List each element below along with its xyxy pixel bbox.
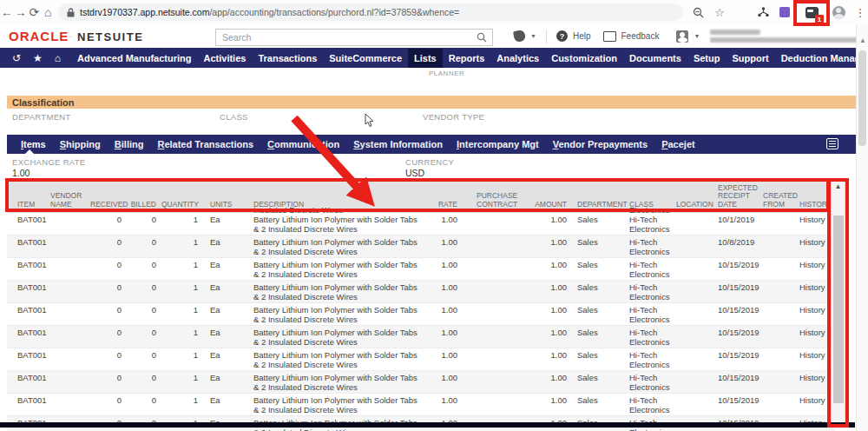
cell-item[interactable]: BAT001 [7, 303, 43, 326]
cell-history[interactable]: History [798, 258, 835, 281]
nav-item-support[interactable]: Support [726, 49, 774, 68]
purple-extension-icon[interactable] [777, 4, 792, 20]
cell-quantity: 1 [160, 394, 201, 416]
browser-home-icon[interactable]: ⌂ [41, 5, 55, 19]
cell-rate: 1.00 [426, 394, 459, 416]
browser-reload-icon[interactable]: ⟳ [28, 5, 42, 19]
nav-item-setup[interactable]: Setup [687, 49, 727, 68]
table-row: BAT001001EaBattery Lithium Ion Polymer w… [7, 326, 835, 348]
browser-scroll-up-icon[interactable]: ▲ [857, 36, 868, 44]
home-icon[interactable]: ⌂ [55, 52, 61, 64]
nav-item-analytics[interactable]: Analytics [490, 49, 545, 68]
browser-scrollbar-thumb[interactable] [858, 50, 866, 146]
cell-history[interactable]: History [798, 235, 835, 258]
url-path: /app/accounting/transactions/purchord.nl… [209, 7, 459, 17]
cell-history[interactable]: History [798, 394, 835, 416]
tab-pacejet[interactable]: Pacejet [661, 139, 695, 149]
browser-menu-icon[interactable]: ⋮ [852, 4, 868, 20]
cell-item[interactable]: BAT001 [7, 258, 43, 281]
nav-item-deduction-management[interactable]: Deduction Management [775, 49, 868, 68]
cell-item[interactable]: BAT001 [7, 348, 43, 371]
nav-item-documents[interactable]: Documents [623, 49, 687, 68]
browser-back-icon[interactable]: ← [0, 5, 14, 19]
column-header-purchase-contract: PURCHASE CONTRACT [459, 180, 516, 213]
cell-item[interactable]: BAT001 [7, 326, 43, 348]
cell-history[interactable]: History [798, 213, 835, 235]
cell-history[interactable]: History [798, 348, 835, 371]
cell-item[interactable]: BAT001 [7, 371, 43, 394]
tab-vendor-prepayments[interactable]: Vendor Prepayments [553, 139, 648, 149]
cell-history[interactable]: History [798, 371, 835, 394]
notification-extension-icon[interactable]: 1 [804, 4, 819, 20]
browser-forward-icon[interactable]: → [14, 5, 28, 19]
help-icon[interactable]: ? [556, 30, 568, 42]
cell-purchase-contract [459, 371, 516, 394]
cell-department: Sales [569, 258, 619, 281]
column-header-amount: AMOUNT [516, 180, 569, 213]
windows-extension-icon[interactable] [733, 4, 749, 20]
help-label[interactable]: Help [573, 31, 591, 41]
feedback-label[interactable]: Feedback [621, 31, 660, 41]
cell-department: Sales [569, 371, 619, 394]
cell-location [666, 258, 709, 281]
search-icon[interactable] [477, 32, 487, 43]
cell-history[interactable]: History [798, 303, 835, 326]
cell-billed: 0 [125, 281, 160, 303]
address-bar[interactable]: tstdrv1970337.app.netsuite.com/app/accou… [58, 3, 683, 21]
cell-item[interactable]: BAT001 [7, 213, 43, 235]
cell-rate: 1.00 [426, 281, 459, 303]
scroll-up-icon[interactable]: ▲ [832, 182, 845, 190]
nav-item-activities[interactable]: Activities [197, 49, 252, 68]
cell-item[interactable]: BAT001 [7, 235, 43, 258]
cell-department: Sales [569, 348, 619, 371]
table-scrollbar-thumb[interactable] [833, 216, 844, 403]
tab-related-transactions[interactable]: Related Transactions [157, 139, 253, 149]
table-scrollbar[interactable]: ▲ [831, 180, 845, 423]
cell-created-from [758, 394, 798, 416]
nav-item-advanced-manufacturing[interactable]: Advanced Manufacturing [71, 49, 197, 68]
tab-communication[interactable]: Communication [267, 139, 339, 149]
items-table-wrap: ITEMVENDOR NAMERECEIVEDBILLEDQUANTITYUNI… [7, 180, 830, 431]
search-input[interactable] [216, 31, 477, 43]
cell-history[interactable]: History [798, 281, 835, 303]
browser-scrollbar[interactable]: ▲ [856, 24, 868, 431]
cell-units: Ea [201, 394, 240, 416]
shortcuts-star-icon[interactable]: ★ [33, 52, 43, 64]
quick-add-icon[interactable] [513, 30, 526, 43]
cell-history[interactable]: History [798, 326, 835, 348]
cell-item[interactable]: BAT001 [7, 281, 43, 303]
tab-intercompany-mgt[interactable]: Intercompany Mgt [457, 139, 539, 149]
cell-received: 0 [89, 281, 125, 303]
tab-shipping[interactable]: Shipping [60, 139, 101, 149]
cell-received: 0 [89, 303, 125, 326]
tab-billing[interactable]: Billing [115, 139, 144, 149]
tab-system-information[interactable]: System Information [353, 139, 443, 149]
cell-units: Ea [201, 303, 240, 326]
cell-item[interactable]: BAT001 [7, 394, 43, 416]
cell-units: Ea [201, 371, 240, 394]
cell-created-from [758, 371, 798, 394]
tab-items[interactable]: Items [21, 139, 46, 149]
nav-item-customization[interactable]: Customization [545, 49, 623, 68]
classification-section-header[interactable]: Classification [7, 96, 859, 109]
column-header-rate: RATE [426, 180, 459, 213]
list-view-icon[interactable] [826, 138, 838, 149]
nav-item-reports[interactable]: Reports [443, 49, 491, 68]
cell-class: Hi-Tech Electronics [619, 281, 666, 303]
browser-profile-avatar[interactable] [831, 4, 846, 20]
recent-history-icon[interactable]: ↺ [12, 52, 21, 64]
cell-expected-receipt-date: 10/15/2019 [709, 371, 758, 394]
cell-expected-receipt-date: 10/15/2019 [709, 281, 758, 303]
nav-item-lists[interactable]: Lists [408, 49, 443, 68]
zoom-icon[interactable] [690, 4, 706, 20]
nav-item-suitecommerce[interactable]: SuiteCommerce [323, 49, 408, 68]
user-avatar[interactable] [676, 30, 688, 43]
feedback-icon[interactable] [603, 31, 616, 42]
bookmark-star-icon[interactable]: ☆ [712, 4, 727, 20]
cell-department: Sales [569, 326, 619, 348]
nav-item-transactions[interactable]: Transactions [252, 49, 323, 68]
extension-badge: 1 [815, 15, 824, 23]
cell-units: Ea [201, 281, 240, 303]
share-tree-extension-icon[interactable] [755, 4, 771, 20]
cell-units: Ea [201, 326, 240, 348]
